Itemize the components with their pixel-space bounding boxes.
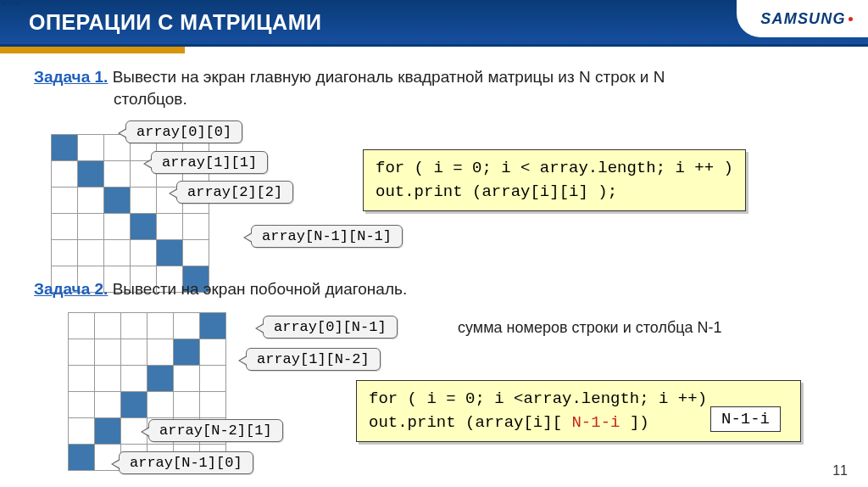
callout-array-0-n1: array[0][N-1] <box>263 316 398 339</box>
callout-array-n2-1: array[N-2][1] <box>148 419 283 442</box>
header-band: ОПЕРАЦИИ С МАТРИЦАМИ SAMSUNG <box>0 0 868 44</box>
callout-array-1-1: array[1][1] <box>151 151 268 174</box>
slide: { "header": { "title": "ОПЕРАЦИИ С МАТРИ… <box>0 0 868 487</box>
callout-array-0-0: array[0][0] <box>125 120 242 143</box>
callout-array-n1-n1: array[N-1][N-1] <box>251 225 403 248</box>
samsung-logo: SAMSUNG <box>752 10 852 28</box>
page-number: 11 <box>832 463 848 479</box>
task2-label: Задача 2. <box>34 280 108 298</box>
task2-text: Задача 2. Вывести на экран побочной диаг… <box>34 280 407 299</box>
corner-dots <box>2 2 19 6</box>
task1-code: for ( i = 0; i < array.length; i ++ ) ou… <box>363 149 746 211</box>
slide-title: ОПЕРАЦИИ С МАТРИЦАМИ <box>29 10 321 35</box>
callout-array-n1-0: array[N-1][0] <box>119 451 253 474</box>
accent-tab <box>0 47 185 53</box>
callout-array-2-2: array[2][2] <box>176 181 293 204</box>
task1-label: Задача 1. <box>34 68 108 86</box>
highlight-n-1-i: N-1-i <box>710 406 781 432</box>
task2-note: сумма номеров строки и столбца N-1 <box>458 319 722 337</box>
task1-text: Задача 1. Вывести на экран главную диаго… <box>34 68 848 87</box>
task1-text-line2: столбцов. <box>114 90 187 109</box>
anti-diagonal-grid <box>68 312 226 471</box>
callout-array-1-n2: array[1][N-2] <box>246 348 381 371</box>
logo-tab: SAMSUNG <box>737 0 868 37</box>
